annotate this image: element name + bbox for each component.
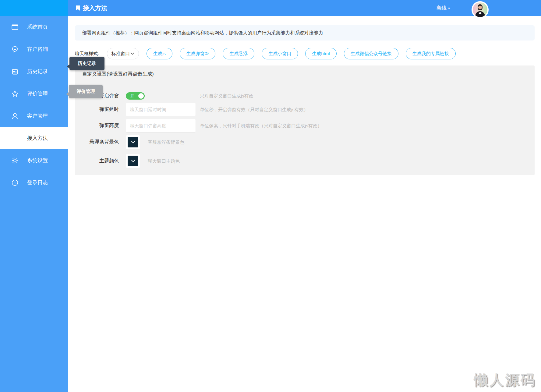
generate-html-button[interactable]: 生成html bbox=[305, 48, 336, 59]
sidebar-item-label: 接入方法 bbox=[27, 135, 48, 142]
star-icon bbox=[11, 90, 19, 98]
sidebar-logo-area bbox=[0, 0, 68, 16]
gear-icon bbox=[11, 157, 19, 164]
bookmark-icon bbox=[76, 5, 80, 11]
generate-exclusive-link-button[interactable]: 生成我的专属链接 bbox=[406, 48, 456, 59]
row-hint: 客服悬浮条背景色 bbox=[148, 139, 184, 145]
no-icon bbox=[11, 134, 19, 142]
chat-style-row: 聊天框样式: 标准窗口 生成js 生成弹窗② 生成悬浮 生成小窗口 生成html… bbox=[75, 48, 535, 59]
banner-text: 部署网页组件（推荐）：网页咨询组件同时支持桌面网站和移动网站，提供强大的用户行为… bbox=[82, 30, 323, 36]
main-content: 部署网页组件（推荐）：网页咨询组件同时支持桌面网站和移动网站，提供强大的用户行为… bbox=[68, 16, 541, 392]
sidebar-item-customers[interactable]: 客户管理 bbox=[0, 105, 68, 127]
popup-height-row: 弹窗高度 单位像素，只针对手机端有效（只对自定义窗口生成js有效） bbox=[75, 119, 535, 132]
tooltip-text: 历史记录 bbox=[78, 61, 96, 66]
chat-bubble-icon bbox=[11, 45, 19, 53]
generate-popup-button[interactable]: 生成弹窗② bbox=[180, 48, 215, 59]
toggle-knob bbox=[138, 93, 144, 99]
generate-float-button[interactable]: 生成悬浮 bbox=[223, 48, 254, 59]
tooltip-arrow bbox=[67, 64, 70, 69]
sidebar-item-label: 登录日志 bbox=[27, 179, 48, 186]
status-dropdown[interactable]: 离线 ▼ bbox=[436, 0, 451, 16]
deploy-info-banner: 部署网页组件（推荐）：网页咨询组件同时支持桌面网站和移动网站，提供强大的用户行为… bbox=[75, 25, 535, 41]
popup-delay-row: 弹窗延时 单位秒，开启弹窗有效（只对自定义窗口生成js有效） bbox=[75, 103, 535, 116]
generate-small-window-button[interactable]: 生成小窗口 bbox=[262, 48, 298, 59]
window-icon bbox=[11, 23, 19, 31]
generate-js-button[interactable]: 生成js bbox=[147, 48, 172, 59]
topbar: 接入方法 离线 ▼ bbox=[68, 0, 541, 16]
theme-color-row: 主题颜色 聊天窗口主题色 bbox=[75, 154, 535, 168]
tooltip-text: 评价管理 bbox=[77, 89, 95, 94]
popup-height-input[interactable] bbox=[126, 119, 196, 132]
float-bar-color-row: 悬浮条背景色 客服悬浮条背景色 bbox=[75, 135, 535, 149]
tooltip-arrow bbox=[66, 92, 69, 96]
status-label: 离线 bbox=[436, 5, 447, 12]
tooltip-history: 历史记录 bbox=[69, 57, 104, 70]
custom-settings-panel: 自定义设置(请设置好再点击生成) 开启弹窗 开 只对自定义窗口生成js有效 弹窗… bbox=[75, 65, 535, 175]
sidebar-item-settings[interactable]: 系统设置 bbox=[0, 149, 68, 171]
chat-style-label: 聊天框样式: bbox=[75, 51, 107, 57]
row-label: 弹窗延时 bbox=[75, 106, 119, 113]
chat-style-selected-value: 标准窗口 bbox=[111, 51, 130, 57]
row-label: 主题颜色 bbox=[75, 158, 119, 164]
panel-header: 自定义设置(请设置好再点击生成) bbox=[82, 71, 154, 77]
generate-wechat-link-button[interactable]: 生成微信公众号链接 bbox=[344, 48, 398, 59]
sidebar-item-label: 评价管理 bbox=[27, 90, 48, 97]
float-bar-color-select[interactable] bbox=[126, 135, 140, 149]
popup-delay-input[interactable] bbox=[126, 103, 196, 116]
theme-color-select[interactable] bbox=[126, 154, 140, 168]
row-hint: 单位秒，开启弹窗有效（只对自定义窗口生成js有效） bbox=[200, 107, 308, 112]
page-title: 接入方法 bbox=[83, 4, 107, 12]
sidebar-item-reviews[interactable]: 评价管理 bbox=[0, 83, 68, 105]
sidebar-item-history[interactable]: 历史记录 bbox=[0, 60, 68, 83]
row-hint: 只对自定义窗口生成js有效 bbox=[200, 93, 253, 99]
user-icon bbox=[11, 112, 19, 120]
page-title-area: 接入方法 bbox=[68, 0, 541, 16]
row-hint: 单位像素，只针对手机端有效（只对自定义窗口生成js有效） bbox=[200, 123, 322, 129]
sidebar-item-label: 客户管理 bbox=[27, 112, 48, 119]
sidebar-item-label: 历史记录 bbox=[27, 68, 48, 75]
sidebar-item-home[interactable]: 系统首页 bbox=[0, 16, 68, 38]
sidebar-item-consult[interactable]: 客户咨询 bbox=[0, 38, 68, 60]
sidebar: 系统首页 客户咨询 历史记录 评价管理 bbox=[0, 0, 68, 392]
sidebar-item-access-method[interactable]: 接入方法 bbox=[0, 127, 68, 149]
chevron-down-icon: ▼ bbox=[447, 7, 451, 10]
color-swatch bbox=[128, 156, 138, 166]
color-swatch bbox=[128, 137, 138, 147]
sidebar-item-label: 系统设置 bbox=[27, 157, 48, 164]
row-label: 悬浮条背景色 bbox=[75, 139, 119, 145]
history-notes-icon bbox=[11, 68, 19, 76]
popup-enable-row: 开启弹窗 开 只对自定义窗口生成js有效 bbox=[75, 90, 535, 102]
popup-enable-toggle[interactable]: 开 bbox=[126, 92, 145, 100]
sidebar-item-label: 系统首页 bbox=[27, 23, 48, 30]
watermark: 懒人源码 bbox=[474, 371, 536, 390]
sidebar-item-login-log[interactable]: 登录日志 bbox=[0, 171, 68, 194]
chat-style-select[interactable]: 标准窗口 bbox=[107, 48, 139, 59]
row-label: 弹窗高度 bbox=[75, 122, 119, 129]
chevron-down-icon bbox=[130, 52, 134, 55]
avatar[interactable] bbox=[472, 1, 489, 18]
tooltip-evaluation: 评价管理 bbox=[69, 85, 103, 98]
clock-icon bbox=[11, 179, 19, 187]
row-hint: 聊天窗口主题色 bbox=[148, 158, 180, 164]
sidebar-item-label: 客户咨询 bbox=[27, 46, 48, 53]
toggle-on-text: 开 bbox=[130, 92, 134, 100]
